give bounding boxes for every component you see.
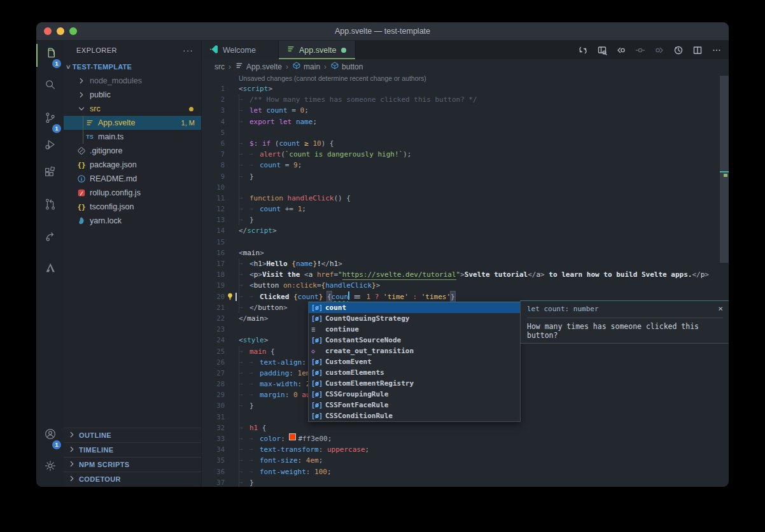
activity-item-settings[interactable]	[36, 459, 64, 478]
token: >	[540, 269, 545, 280]
indent-guide: →	[239, 357, 249, 368]
gutter	[225, 225, 239, 236]
gutter	[225, 477, 239, 487]
indent-guide: →	[239, 116, 249, 127]
breadcrumb-item-src[interactable]: src	[214, 62, 225, 71]
gutter	[225, 149, 239, 160]
split-editor-icon[interactable]	[689, 43, 706, 58]
token: 'time'	[383, 291, 409, 302]
current-change-icon[interactable]	[632, 43, 649, 58]
more-actions-icon[interactable]	[708, 43, 725, 58]
code-editor[interactable]: Unsaved changes (cannot determine recent…	[202, 74, 729, 487]
file-item-package-json[interactable]: {}package.json	[64, 158, 201, 172]
token: color	[260, 433, 281, 444]
indent-guide: →	[249, 433, 260, 444]
token: count	[260, 204, 281, 214]
activity-item-run-debug[interactable]	[36, 137, 64, 157]
token	[417, 291, 421, 302]
yarn-icon	[76, 216, 87, 226]
token: ≥	[304, 138, 309, 149]
file-item--gitignore[interactable]: .gitignore	[64, 144, 201, 158]
section-npm-scripts[interactable]: NPM SCRIPTS	[64, 457, 201, 472]
line-number: 26	[202, 357, 225, 368]
file-item-app-svelte[interactable]: App.svelte1, M	[64, 116, 201, 130]
suggestion-customelementregistry[interactable]: [ø]CustomElementRegistry	[309, 378, 520, 389]
line-number: 20	[202, 291, 225, 302]
suggestion-countqueuingstrategy[interactable]: [ø]CountQueuingStrategy	[309, 313, 520, 324]
file-item-public[interactable]: public	[64, 88, 201, 102]
token: }	[249, 477, 254, 487]
scrollbar-slider[interactable]	[720, 76, 729, 263]
section-timeline[interactable]: TIMELINE	[64, 442, 201, 457]
codelens-annotation[interactable]: Unsaved changes (cannot determine recent…	[202, 74, 729, 83]
tab-welcome[interactable]: Welcome	[202, 41, 279, 59]
file-label: node_modules	[90, 76, 142, 85]
file-item-src[interactable]: src	[64, 102, 201, 116]
token: 4em	[306, 455, 319, 466]
tab-app-svelte[interactable]: App.svelte	[279, 41, 356, 59]
token	[279, 280, 283, 291]
token: :	[319, 444, 327, 455]
activity-item-account[interactable]: 1	[36, 427, 64, 446]
suggestion-cssfontfacerule[interactable]: [ø]CSSFontFaceRule	[309, 400, 520, 410]
more-actions-icon[interactable]: ···	[183, 45, 193, 55]
activity-item-search[interactable]	[36, 78, 64, 97]
code-text: →/** How many times has someone clicked …	[239, 94, 729, 105]
tree-indent-guide	[83, 130, 83, 144]
suggestion-cssgroupingrule[interactable]: [ø]CSSGroupingRule	[309, 389, 520, 400]
breadcrumb-item-main[interactable]: main	[292, 61, 320, 72]
timeline-icon[interactable]	[670, 43, 687, 58]
gutter	[225, 400, 239, 411]
suggestion-constantsourcenode[interactable]: [ø]ConstantSourceNode	[309, 335, 520, 346]
open-changes-icon[interactable]	[575, 43, 591, 58]
token: :	[254, 138, 262, 149]
breadcrumb-item-button[interactable]: button	[330, 61, 363, 72]
breadcrumb-item-app-svelte[interactable]: App.svelte	[235, 61, 282, 72]
activity-item-source-control[interactable]: 1	[36, 111, 64, 130]
line-number: 22	[202, 313, 225, 324]
activity-item-github-pr[interactable]	[36, 197, 64, 216]
token: main	[243, 248, 260, 258]
suggestion-cssconditionrule[interactable]: [ø]CSSConditionRule	[309, 410, 520, 421]
suggestion-customelements[interactable]: [ø]customElements	[309, 367, 520, 378]
file-item-yarn-lock[interactable]: yarn.lock	[64, 214, 201, 228]
token: h1	[249, 423, 258, 433]
token: Svelte tutorial	[465, 269, 528, 280]
activity-item-extensions[interactable]	[36, 165, 64, 185]
close-icon[interactable]: ×	[718, 305, 723, 313]
svelte-lines-icon	[235, 61, 244, 72]
activity-item-live-share[interactable]	[36, 229, 64, 248]
editor-scrollbar[interactable]	[720, 74, 729, 487]
suggestion-count[interactable]: [ø]count	[309, 302, 520, 313]
next-change-icon[interactable]	[651, 43, 668, 58]
line-number: 8	[202, 160, 225, 171]
token	[262, 105, 267, 116]
open-preview-icon[interactable]	[594, 43, 610, 58]
line-number: 28	[202, 379, 225, 389]
workspace-root-item[interactable]: ˅ TEST-TEMPLATE	[64, 60, 201, 74]
line-number: 36	[202, 466, 225, 477]
gutter	[225, 313, 239, 324]
suggestion-create_out_transition[interactable]: ◇create_out_transition	[309, 346, 520, 356]
file-item-main-ts[interactable]: TSmain.ts	[64, 130, 201, 144]
activity-item-azure[interactable]	[36, 261, 64, 280]
token: >	[262, 258, 267, 269]
token: {	[291, 258, 296, 269]
suggestion-continue[interactable]: ≡continue	[309, 324, 520, 335]
section-codetour[interactable]: CODETOUR	[64, 472, 201, 486]
file-item-readme-md[interactable]: README.md	[64, 172, 201, 186]
overview-ruler-cursor-mark	[720, 171, 729, 172]
file-item-node-modules[interactable]: node_modules	[64, 74, 201, 88]
indent-guide: →	[239, 346, 249, 357]
modified-dot[interactable]	[341, 48, 346, 53]
suggestion-label: CSSFontFaceRule	[325, 401, 388, 409]
indent-guide: →	[249, 389, 260, 400]
activity-item-explorer[interactable]: 1	[36, 46, 64, 65]
line-number: 19	[202, 280, 225, 291]
suggestion-customevent[interactable]: [ø]CustomEvent	[309, 356, 520, 367]
previous-change-icon[interactable]	[613, 43, 629, 58]
code-line-35: 35→→font-size: 4em;	[202, 455, 729, 466]
file-item-tsconfig-json[interactable]: {}tsconfig.json	[64, 200, 201, 214]
file-item-rollup-config-js[interactable]: rollup.config.js	[64, 186, 201, 200]
section-outline[interactable]: OUTLINE	[64, 428, 201, 442]
